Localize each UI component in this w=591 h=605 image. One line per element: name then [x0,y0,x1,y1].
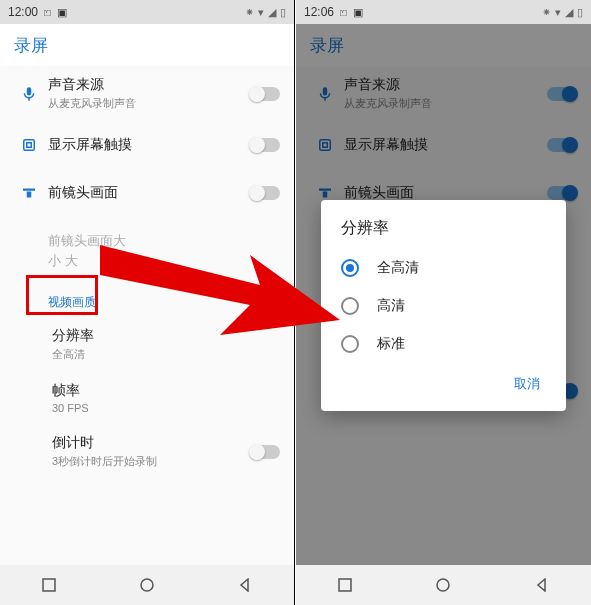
row-fps[interactable]: 帧率 30 FPS [0,372,294,424]
section-video-quality: 视频画质 [0,280,294,317]
vibrate-icon: ⏍ [44,6,51,18]
mic-icon [20,85,38,103]
radio-label: 全高清 [377,259,419,277]
row-countdown[interactable]: 倒计时 3秒倒计时后开始录制 [0,424,294,479]
radio-icon [341,259,359,277]
toggle-countdown[interactable] [250,445,280,459]
phone-left: 12:00 ⏍ ▣ ⁕ ▾ ◢ ▯ 录屏 声音来源 从麦克风录制声音 显示屏幕触… [0,0,295,605]
row-resolution[interactable]: 分辨率 全高清 [0,317,294,372]
battery-icon: ▯ [280,6,286,19]
status-right-icons: ⁕ ▾ ◢ ▯ [245,6,286,19]
nav-home[interactable] [139,577,155,593]
signal-icon: ◢ [268,6,276,19]
radio-option-fullhd[interactable]: 全高清 [321,249,566,287]
svg-point-11 [437,579,449,591]
svg-rect-10 [339,579,351,591]
settings-list: 声音来源 从麦克风录制声音 显示屏幕触摸 前镜头画面 前镜头画面大小 大 视频画… [0,66,294,479]
svg-rect-1 [27,143,32,148]
app-title: 录屏 [14,34,48,57]
radio-icon [341,297,359,315]
dialog-title: 分辨率 [321,218,566,249]
nav-back[interactable] [237,577,253,593]
radio-label: 高清 [377,297,405,315]
picture-icon: ▣ [57,6,67,19]
picture-icon: ▣ [353,6,363,19]
status-time: 12:06 [304,5,334,19]
row-sub: 从麦克风录制声音 [48,96,240,111]
toggle-sound[interactable] [250,87,280,101]
app-header: 录屏 [0,24,294,66]
wifi-icon: ▾ [258,6,264,19]
row-sub: 全高清 [52,347,280,362]
row-title: 分辨率 [52,327,280,345]
signal-icon: ◢ [565,6,573,19]
svg-rect-0 [24,140,35,151]
phone-right: 12:06 ⏍ ▣ ⁕ ▾ ◢ ▯ 录屏 声音来源 从麦克风录制声音 显示屏幕触… [296,0,591,605]
bluetooth-icon: ⁕ [542,6,551,19]
bluetooth-icon: ⁕ [245,6,254,19]
toggle-front-cam[interactable] [250,186,280,200]
dialog-cancel-button[interactable]: 取消 [506,369,548,399]
status-time: 12:00 [8,5,38,19]
camera-icon [20,184,38,202]
resolution-dialog: 分辨率 全高清 高清 标准 取消 [321,200,566,411]
vibrate-icon: ⏍ [340,6,347,18]
svg-rect-4 [43,579,55,591]
row-show-touch[interactable]: 显示屏幕触摸 [0,121,294,169]
row-title: 前镜头画面 [48,184,240,202]
toggle-touch[interactable] [250,138,280,152]
row-title: 帧率 [52,382,280,400]
row-sub: 30 FPS [52,402,280,414]
nav-back[interactable] [534,577,550,593]
svg-rect-3 [27,192,32,198]
wifi-icon: ▾ [555,6,561,19]
svg-rect-2 [23,189,35,191]
battery-icon: ▯ [577,6,583,19]
status-right-icons: ⁕ ▾ ◢ ▯ [542,6,583,19]
radio-option-hd[interactable]: 高清 [321,287,566,325]
radio-label: 标准 [377,335,405,353]
svg-point-5 [141,579,153,591]
row-front-camera-size: 前镜头画面大小 大 [0,217,150,280]
row-title: 显示屏幕触摸 [48,136,240,154]
nav-bar [296,565,591,605]
nav-home[interactable] [435,577,451,593]
row-sound-source[interactable]: 声音来源 从麦克风录制声音 [0,66,294,121]
touch-icon [20,136,38,154]
status-bar: 12:00 ⏍ ▣ ⁕ ▾ ◢ ▯ [0,0,294,24]
row-sub: 3秒倒计时后开始录制 [52,454,240,469]
nav-bar [0,565,294,605]
row-front-camera[interactable]: 前镜头画面 [0,169,294,217]
nav-recent[interactable] [41,577,57,593]
nav-recent[interactable] [337,577,353,593]
radio-option-sd[interactable]: 标准 [321,325,566,363]
status-bar: 12:06 ⏍ ▣ ⁕ ▾ ◢ ▯ [296,0,591,24]
row-title: 倒计时 [52,434,240,452]
row-title: 声音来源 [48,76,240,94]
radio-icon [341,335,359,353]
